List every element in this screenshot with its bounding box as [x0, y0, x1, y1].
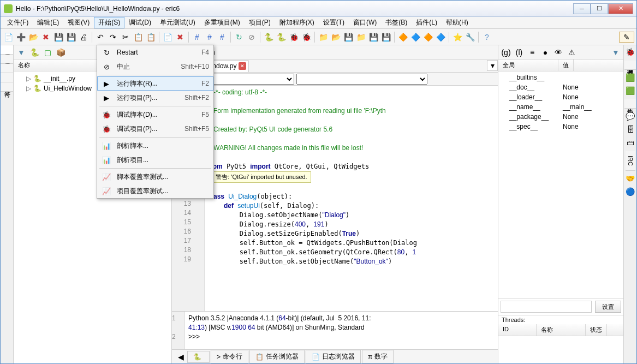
hash-toggle-icon[interactable]: # — [217, 32, 228, 43]
menu-item[interactable]: 📈脚本覆盖率测试... — [97, 170, 213, 184]
bottom-tab[interactable]: 📄日志浏览器 — [306, 350, 361, 363]
run-project-icon[interactable]: 🐍 — [276, 32, 287, 43]
proj-new-icon[interactable]: 📁 — [318, 32, 329, 43]
menu-7[interactable]: 项目(P) — [245, 17, 275, 28]
filter-button[interactable]: 设置 — [595, 301, 621, 313]
vtab-3[interactable]: 文件浏览器 — [1, 73, 13, 82]
menu-item[interactable]: ↻RestartF4 — [97, 45, 213, 59]
unhash-icon[interactable]: # — [204, 32, 215, 43]
menu-11[interactable]: 书签(B) — [381, 17, 412, 28]
copy-icon[interactable]: 📋 — [133, 32, 144, 43]
collab2-icon[interactable]: 🟩 — [626, 86, 635, 96]
irc1-icon[interactable]: 💬 — [626, 112, 635, 122]
exc-icon[interactable]: ⚠ — [566, 47, 577, 58]
menu-4[interactable]: 调试(D) — [124, 17, 156, 28]
vtab-1[interactable]: 多重项目浏览器 — [1, 55, 13, 64]
menu-8[interactable]: 附加程序(X) — [275, 17, 319, 28]
menu-1[interactable]: 编辑(E) — [33, 17, 63, 28]
menu-item[interactable]: 🐞调试项目(P)...Shift+F5 — [97, 122, 213, 136]
paste-icon[interactable]: 📋 — [145, 32, 156, 43]
star-icon[interactable]: ⭐ — [452, 32, 463, 43]
var-row[interactable]: __loader__None — [498, 92, 623, 102]
menu-item[interactable]: 📊剖析项目... — [97, 153, 213, 167]
bottom-tab[interactable]: >命令行 — [211, 350, 248, 363]
threads-list[interactable] — [498, 336, 623, 363]
delete-icon[interactable]: ✖ — [175, 32, 186, 43]
var-row[interactable]: __builtins__ — [498, 73, 623, 82]
undo-icon[interactable]: ↶ — [95, 32, 106, 43]
open-icon[interactable]: 📂 — [28, 32, 39, 43]
filter-input[interactable] — [501, 301, 592, 313]
new-plus-icon[interactable]: ➕ — [15, 32, 26, 43]
minimize-button[interactable]: ─ — [573, 3, 591, 14]
save-all-icon[interactable]: 💾 — [66, 32, 76, 43]
bug-icon[interactable]: 🐞 — [626, 47, 635, 57]
cut-icon[interactable]: ✂ — [120, 32, 131, 43]
vcs4-icon[interactable]: 🔷 — [435, 32, 446, 43]
shell-output[interactable]: Python 3.5.2 |Anaconda 4.1.1 (64-bit)| (… — [185, 312, 498, 349]
edit-icon[interactable]: ✎ — [619, 32, 634, 43]
collab1-icon[interactable]: 🟩 — [626, 73, 635, 83]
run-script-icon[interactable]: 🐍 — [263, 32, 274, 43]
coop-icon[interactable]: 🤝 — [626, 174, 635, 184]
vtab-4[interactable]: 符号 — [1, 82, 13, 92]
close-button[interactable]: ✕ — [608, 3, 633, 14]
var-row[interactable]: __spec__None — [498, 122, 623, 132]
irc3-icon[interactable]: 🗃 — [626, 138, 635, 148]
filter-right-icon[interactable]: ▼ — [610, 47, 621, 58]
help-icon[interactable]: ? — [481, 32, 492, 43]
callstack-icon[interactable]: ≡ — [527, 47, 538, 58]
bottom-tab[interactable]: 📋任务浏览器 — [249, 350, 305, 363]
menu-item[interactable]: ⊘中止Shift+F10 — [97, 59, 213, 74]
reload-icon[interactable]: ↻ — [234, 32, 245, 43]
hash-icon[interactable]: # — [192, 32, 203, 43]
proj-save-icon[interactable]: 💾 — [343, 32, 354, 43]
menu-12[interactable]: 插件(L) — [412, 17, 442, 28]
var-row[interactable]: __name____main__ — [498, 102, 623, 112]
member-select[interactable] — [296, 74, 427, 85]
menu-item[interactable]: 🐞调试脚本(D)...F5 — [97, 108, 213, 122]
menu-3[interactable]: 开始(S) — [94, 17, 124, 28]
proj-close-icon[interactable]: 📁 — [355, 32, 366, 43]
proj-save3-icon[interactable]: 💾 — [380, 32, 391, 43]
python-file-icon[interactable]: 🐍 — [29, 47, 40, 58]
menu-2[interactable]: 视图(V) — [63, 17, 94, 28]
tab-close-icon[interactable]: ✕ — [239, 62, 246, 70]
vcs1-icon[interactable]: 🔶 — [397, 32, 408, 43]
vtab-debug[interactable]: 调试浏览器 — [624, 61, 636, 70]
menu-item[interactable]: ▶运行项目(P)...Shift+F2 — [97, 91, 213, 105]
debug-project-icon[interactable]: 🐞 — [301, 32, 312, 43]
maximize-button[interactable]: ☐ — [591, 3, 608, 14]
print-icon[interactable]: 🖨 — [78, 32, 89, 43]
resource-icon[interactable]: 📦 — [55, 47, 66, 58]
doc-icon[interactable]: 📄 — [162, 32, 173, 43]
menu-0[interactable]: 文件(F) — [3, 17, 33, 28]
code-editor[interactable]: 123456789!10111213141516171819 # -*- cod… — [172, 86, 498, 311]
tab-list-icon[interactable]: ▾ — [487, 60, 498, 71]
redo-icon[interactable]: ↷ — [108, 32, 118, 43]
menu-item[interactable]: 📊剖析脚本... — [97, 139, 213, 153]
form-icon[interactable]: ▢ — [42, 47, 53, 58]
vcs3-icon[interactable]: 🔶 — [422, 32, 433, 43]
vcs2-icon[interactable]: 🔷 — [410, 32, 421, 43]
save-icon[interactable]: 💾 — [53, 32, 64, 43]
close-doc-icon[interactable]: ✖ — [40, 32, 51, 43]
locals-icon[interactable]: (l) — [514, 47, 525, 58]
globals-icon[interactable]: (g) — [501, 47, 511, 58]
vtab-collab[interactable]: 协作 — [624, 99, 636, 109]
code-area[interactable]: # -*- coding: utf-8 -*- # Form implement… — [205, 86, 498, 311]
new-icon[interactable]: 📄 — [3, 32, 14, 43]
proj-save2-icon[interactable]: 💾 — [368, 32, 379, 43]
irc2-icon[interactable]: 🗄 — [626, 125, 635, 135]
menu-item[interactable]: 📈项目覆盖率测试... — [97, 184, 213, 198]
shell-panel[interactable]: 1 2 Python 3.5.2 |Anaconda 4.1.1 (64-bit… — [172, 311, 498, 349]
menu-9[interactable]: 设置(T) — [319, 17, 349, 28]
proj-open-icon[interactable]: 📂 — [330, 32, 341, 43]
menu-13[interactable]: 帮助(H) — [442, 17, 473, 28]
tool-icon[interactable]: 🔧 — [465, 32, 475, 43]
menu-item[interactable]: ▶运行脚本(R)...F2 — [97, 76, 213, 91]
vtab-2[interactable]: 模板浏览器 — [1, 64, 13, 73]
menu-10[interactable]: 窗口(W) — [349, 17, 381, 28]
bottom-tab[interactable]: π数字 — [362, 350, 394, 363]
stop-icon[interactable]: ⊘ — [246, 32, 257, 43]
